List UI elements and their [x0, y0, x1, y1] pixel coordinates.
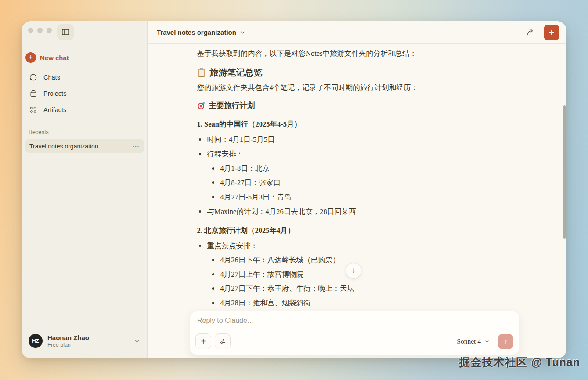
send-button[interactable]: ↑ [498, 334, 513, 349]
recent-chat-title: Travel notes organization [29, 143, 132, 150]
dart-target-emoji-icon [197, 101, 206, 110]
list-item: 4月28日：雍和宫、烟袋斜街 [220, 297, 518, 309]
list-item-text: 行程安排： [207, 150, 244, 158]
window-minimize-button[interactable] [37, 28, 43, 33]
section-heading-overview: 旅游笔记总览 [197, 67, 518, 78]
list-item: 4月1-8日：北京 [220, 163, 518, 174]
plus-icon: + [201, 337, 206, 347]
reply-input[interactable]: Reply to Claude… [197, 317, 512, 325]
chevron-down-icon [239, 29, 246, 36]
list-item: 4月27日下午：恭王府、牛街；晚上：天坛 [220, 283, 518, 294]
list-item: 4月8-27日：张家口 [220, 177, 518, 188]
scrollbar-thumb[interactable] [563, 105, 566, 239]
list-item: 4月26日下午：八达岭长城（已购票） [220, 254, 518, 266]
chat-title-dropdown[interactable]: Travel notes organization [157, 29, 246, 36]
section-heading-plans: 主要旅行计划 [197, 100, 518, 111]
user-name: Haonan Zhao [47, 334, 129, 342]
list-item: 时间：4月1日-5月5日 [206, 134, 518, 145]
list-item: 4月27日上午：故宫博物院 [220, 269, 518, 280]
clipboard-emoji-icon [197, 68, 206, 77]
plus-icon: + [549, 27, 555, 38]
header-actions: + [524, 25, 559, 40]
sidebar-item-artifacts[interactable]: Artifacts [25, 102, 143, 117]
message-paragraph: 您的旅游文件夹共包含4个笔记，记录了不同时期的旅行计划和经历： [197, 82, 518, 94]
nested-bullet-list: 4月26日下午：八达岭长城（已购票） 4月27日上午：故宫博物院 4月27日下午… [207, 254, 518, 309]
window-controls [28, 28, 52, 33]
arrow-up-icon: ↑ [504, 337, 508, 345]
sidebar-toggle-button[interactable] [57, 24, 74, 40]
bullet-list: 时间：4月1日-5月5日 行程安排： 4月1-8日：北京 4月8-27日：张家口… [197, 134, 518, 217]
assistant-message: 基于我获取到的内容，以下是对您Notes中旅游文件夹的分析和总结： 旅游笔记总览… [197, 44, 518, 323]
box-icon [29, 89, 38, 98]
chat-bubble-icon [29, 73, 38, 82]
model-name: Sonnet 4 [457, 337, 481, 345]
new-chat-header-button[interactable]: + [544, 25, 559, 40]
recent-chat-menu-button[interactable]: ⋯ [132, 142, 140, 150]
recents-section-label: Recents [29, 129, 49, 135]
user-account-button[interactable]: HZ Haonan Zhao Free plan [25, 330, 144, 351]
arrow-down-icon: ↓ [352, 266, 356, 275]
scroll-to-bottom-button[interactable]: ↓ [346, 263, 361, 279]
new-chat-button[interactable]: + New chat [25, 51, 69, 64]
chat-title: Travel notes organization [157, 29, 236, 36]
chat-header: Travel notes organization + [148, 21, 566, 44]
plus-circle-icon: + [25, 52, 36, 63]
tools-button[interactable] [215, 333, 231, 349]
main-chat-area: Travel notes organization + 基于我获取到的内容，以下… [148, 21, 566, 358]
recent-chat-item[interactable]: Travel notes organization ⋯ [25, 139, 144, 153]
composer-toolbar: + Sonnet 4 ↑ [195, 333, 513, 349]
new-chat-label: New chat [40, 54, 69, 62]
claude-app-window: + New chat Chats Projects Artifacts Rece… [22, 21, 566, 358]
share-button[interactable] [524, 26, 537, 39]
panel-left-icon [61, 28, 70, 36]
user-meta: Haonan Zhao Free plan [47, 334, 129, 348]
sidebar-item-chats[interactable]: Chats [25, 70, 143, 85]
artifacts-grid-icon [29, 105, 38, 114]
nested-bullet-list: 4月1-8日：北京 4月8-27日：张家口 4月27日-5月3日：青岛 [207, 163, 518, 203]
list-item: 重点景点安排： 4月26日下午：八达岭长城（已购票） 4月27日上午：故宫博物院… [206, 240, 518, 309]
sidebar-item-label: Chats [43, 74, 60, 81]
user-plan: Free plan [47, 342, 129, 348]
attach-button[interactable]: + [195, 333, 211, 349]
list-item: 行程安排： 4月1-8日：北京 4月8-27日：张家口 4月27日-5月3日：青… [206, 148, 518, 203]
sidebar: + New chat Chats Projects Artifacts Rece… [22, 21, 148, 358]
heading-text: 旅游笔记总览 [210, 67, 263, 78]
avatar: HZ [29, 334, 43, 348]
window-close-button[interactable] [28, 28, 33, 33]
desktop-background: { "header": { "title": "Travel notes org… [0, 0, 588, 380]
message-composer: Reply to Claude… + Sonnet 4 ↑ [190, 311, 520, 355]
subsection-heading: 2. 北京旅行计划（2025年4月） [197, 225, 518, 236]
sidebar-item-projects[interactable]: Projects [25, 86, 143, 101]
list-item-text: 重点景点安排： [207, 242, 258, 250]
sliders-icon [219, 337, 227, 345]
chevron-down-icon [484, 338, 490, 344]
subsection-heading: 1. Sean的中国行（2025年4-5月） [197, 119, 518, 130]
window-zoom-button[interactable] [47, 28, 52, 33]
list-item: 4月27日-5月3日：青岛 [220, 192, 518, 203]
watermark: 掘金技术社区 @ Tunan [459, 355, 580, 369]
model-selector[interactable]: Sonnet 4 [457, 337, 490, 345]
chevron-down-icon [133, 337, 141, 344]
list-item: 与Maxine的计划：4月26日去北京，28日回莱西 [206, 206, 518, 217]
sidebar-item-label: Projects [43, 90, 66, 97]
message-paragraph: 基于我获取到的内容，以下是对您Notes中旅游文件夹的分析和总结： [197, 48, 518, 59]
share-arrow-icon [526, 28, 535, 37]
heading-text: 主要旅行计划 [209, 100, 255, 111]
sidebar-item-label: Artifacts [43, 106, 66, 113]
